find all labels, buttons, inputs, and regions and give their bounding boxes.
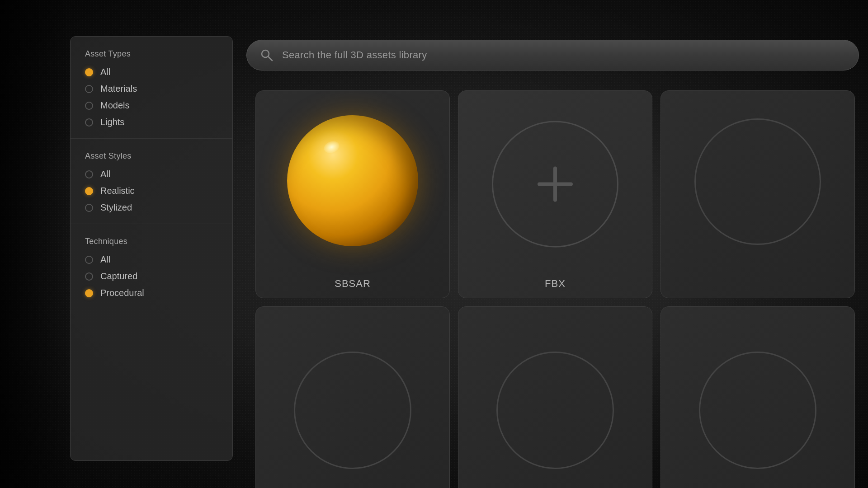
filter-asset-models-label: Models (100, 100, 129, 111)
filter-asset-materials[interactable]: Materials (85, 84, 218, 94)
search-placeholder: Search the full 3D assets library (282, 49, 427, 61)
asset-styles-title: Asset Styles (85, 151, 218, 161)
asset-styles-section: Asset Styles All Realistic Stylized (71, 139, 232, 224)
filter-style-all-label: All (100, 169, 110, 179)
filter-technique-procedural[interactable]: Procedural (85, 288, 218, 298)
asset-card-bottom3[interactable] (660, 306, 855, 488)
plus-circle (492, 121, 618, 248)
bottom-circle-3 (699, 352, 816, 469)
sbsar-label: SBSAR (335, 278, 371, 290)
search-bar[interactable]: Search the full 3D assets library (246, 40, 859, 70)
bottom-circle-1 (294, 352, 411, 469)
bottom-circle-2 (496, 352, 614, 469)
partial-circle (694, 118, 821, 245)
filter-asset-all[interactable]: All (85, 67, 218, 77)
sidebar: Asset Types All Materials Models Lights … (70, 36, 233, 461)
asset-card-sbsar[interactable]: SBSAR (255, 90, 450, 298)
asset-types-title: Asset Types (85, 49, 218, 59)
filter-technique-procedural-label: Procedural (100, 288, 144, 298)
sphere-container (256, 91, 449, 271)
svg-line-1 (268, 56, 272, 61)
filter-style-realistic-label: Realistic (100, 186, 135, 196)
asset-card-bottom2[interactable] (458, 306, 652, 488)
fbx-label: FBX (545, 278, 566, 290)
asset-card-fbx[interactable]: FBX (458, 90, 652, 298)
filter-technique-all[interactable]: All (85, 254, 218, 265)
filter-asset-all-label: All (100, 67, 110, 77)
filter-technique-captured[interactable]: Captured (85, 271, 218, 282)
plus-icon (533, 162, 578, 207)
asset-card-bottom1[interactable] (255, 306, 450, 488)
filter-asset-lights-label: Lights (100, 117, 124, 127)
techniques-title: Techniques (85, 237, 218, 246)
radio-style-realistic (85, 187, 93, 195)
radio-technique-captured (85, 272, 93, 281)
radio-asset-models (85, 102, 93, 110)
filter-asset-materials-label: Materials (100, 84, 137, 94)
filter-style-stylized[interactable]: Stylized (85, 202, 218, 213)
radio-technique-all (85, 256, 93, 264)
radio-style-stylized (85, 204, 93, 212)
filter-technique-captured-label: Captured (100, 271, 137, 282)
search-icon (259, 48, 274, 62)
radio-asset-lights (85, 118, 93, 127)
filter-style-realistic[interactable]: Realistic (85, 186, 218, 196)
filter-style-stylized-label: Stylized (100, 202, 132, 213)
asset-types-section: Asset Types All Materials Models Lights (71, 37, 232, 139)
assets-grid: SBSAR FBX (246, 86, 868, 488)
filter-style-all[interactable]: All (85, 169, 218, 179)
radio-style-all (85, 170, 93, 178)
filter-asset-models[interactable]: Models (85, 100, 218, 111)
asset-card-partial1[interactable] (660, 90, 855, 298)
radio-technique-procedural (85, 289, 93, 297)
golden-sphere (287, 115, 418, 246)
filter-asset-lights[interactable]: Lights (85, 117, 218, 127)
radio-asset-materials (85, 85, 93, 93)
techniques-section: Techniques All Captured Procedural (71, 224, 232, 309)
filter-technique-all-label: All (100, 254, 110, 265)
radio-asset-all (85, 68, 93, 76)
